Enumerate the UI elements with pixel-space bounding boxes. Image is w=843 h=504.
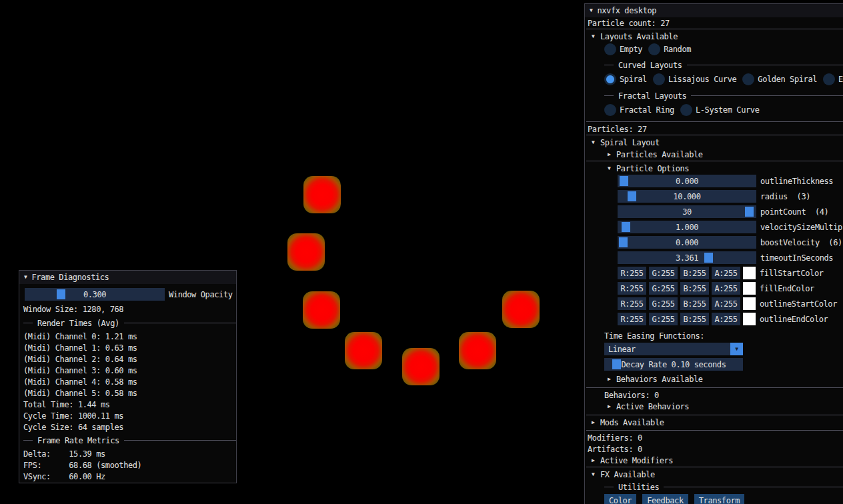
decay-rate-slider[interactable]: Decay Rate 0.10 seconds (604, 358, 743, 371)
collapse-arrow-icon[interactable]: ▼ (590, 8, 592, 13)
slider-label: radius (3) (760, 192, 810, 201)
tree-node-particles-available[interactable]: ▶ Particles Available (608, 149, 843, 160)
color-a-field[interactable]: A:255 (712, 282, 740, 295)
easing-function-select[interactable]: Linear ▼ (604, 343, 743, 355)
radio-l-system-curve[interactable] (680, 104, 692, 116)
slider-grab[interactable] (619, 237, 628, 247)
feedback-fx-button[interactable]: Feedback (642, 494, 688, 504)
tree-node-active-modifiers[interactable]: ▶ Active Modifiers (592, 455, 843, 466)
color-a-field[interactable]: A:255 (712, 297, 740, 310)
chevron-down-icon[interactable]: ▼ (730, 343, 743, 355)
render-time-line: (Midi) Channel 5: 0.58 ms (23, 389, 137, 398)
radio-spiral[interactable] (604, 73, 616, 85)
inspector-titlebar[interactable]: ▼ nxvfx desktop (585, 4, 843, 17)
window-opacity-label: Window Opacity (169, 290, 233, 299)
radio-lissajous-curve[interactable] (653, 73, 665, 85)
tree-node-particle-options[interactable]: ▼ Particle Options (608, 163, 843, 174)
slider-grab[interactable] (628, 191, 636, 201)
radio-empty[interactable] (604, 43, 616, 55)
particles-count-text: Particles: 27 (588, 125, 647, 134)
window-opacity-slider[interactable]: 0.300 (25, 288, 165, 301)
particle (502, 291, 540, 328)
window-title: nxvfx desktop (597, 6, 656, 15)
separator (586, 29, 843, 29)
frame-diagnostics-titlebar[interactable]: ▼ Frame Diagnostics (19, 271, 236, 284)
point-count-slider[interactable]: 30 (618, 205, 756, 218)
color-swatch[interactable] (743, 297, 756, 310)
tree-open-icon[interactable]: ▼ (592, 34, 600, 39)
slider-grab[interactable] (620, 176, 628, 186)
tree-closed-icon[interactable]: ▶ (608, 152, 616, 157)
radio-label[interactable]: Random (664, 45, 691, 54)
color-b-field[interactable]: B:255 (680, 267, 709, 279)
separator (586, 430, 843, 431)
radio-ellipse[interactable] (823, 73, 835, 85)
slider-label: pointCount (4) (760, 207, 828, 217)
color-swatch[interactable] (743, 313, 756, 325)
tree-open-icon[interactable]: ▼ (608, 166, 616, 171)
tree-node-layouts-available[interactable]: ▼ Layouts Available (592, 31, 843, 42)
slider-grab[interactable] (745, 207, 754, 217)
tree-node-fx-available[interactable]: ▼ FX Available (592, 469, 843, 480)
color-g-field[interactable]: G:255 (649, 267, 678, 279)
color-swatch[interactable] (743, 267, 756, 279)
tree-open-icon[interactable]: ▼ (592, 140, 600, 145)
radio-label[interactable]: Fractal Ring (620, 105, 674, 115)
color-r-field[interactable]: R:255 (618, 267, 646, 279)
radius-slider[interactable]: 10.000 (618, 190, 756, 203)
radio-label[interactable]: Lissajous Curve (668, 75, 736, 84)
window-title: Frame Diagnostics (31, 273, 109, 282)
particle (287, 233, 325, 271)
render-times-header: Render Times (Avg) (37, 319, 119, 328)
particle-count-text: Particle count: 27 (588, 19, 670, 28)
slider-label: velocitySizeMultip (760, 223, 842, 232)
tree-open-icon[interactable]: ▼ (592, 472, 600, 477)
slider-grab[interactable] (612, 359, 621, 369)
tree-node-mods-available[interactable]: ▶ Mods Available (592, 417, 843, 428)
tree-closed-icon[interactable]: ▶ (592, 458, 600, 463)
frame-rate-header: Frame Rate Metrics (37, 436, 119, 445)
radio-golden-spiral[interactable] (742, 73, 754, 85)
tree-closed-icon[interactable]: ▶ (608, 404, 616, 409)
radio-random[interactable] (648, 43, 660, 55)
color-g-field[interactable]: G:255 (649, 282, 678, 295)
tree-node-behaviors-available[interactable]: ▶ Behaviors Available (608, 373, 843, 385)
tree-label: Active Modifiers (600, 456, 673, 465)
color-fx-button[interactable]: Color (604, 494, 636, 504)
radio-fractal-ring[interactable] (604, 104, 616, 116)
separator (586, 161, 843, 161)
timeout-in-seconds-slider[interactable]: 3.361 (618, 251, 756, 264)
slider-grab[interactable] (704, 253, 713, 263)
color-a-field[interactable]: A:255 (712, 267, 740, 279)
color-g-field[interactable]: G:255 (649, 297, 678, 310)
color-r-field[interactable]: R:255 (618, 282, 646, 295)
color-r-field[interactable]: R:255 (618, 297, 646, 310)
tree-closed-icon[interactable]: ▶ (592, 420, 600, 425)
color-g-field[interactable]: G:255 (649, 313, 678, 325)
color-row-label: fillStartColor (760, 269, 824, 278)
transform-fx-button[interactable]: Transform (694, 494, 744, 504)
radio-label[interactable]: Spiral (620, 75, 647, 84)
color-b-field[interactable]: B:255 (680, 282, 709, 295)
slider-label: timeoutInSeconds (760, 253, 833, 263)
color-b-field[interactable]: B:255 (680, 313, 709, 325)
tree-node-active-behaviors[interactable]: ▶ Active Behaviors (608, 401, 843, 412)
color-b-field[interactable]: B:255 (680, 297, 709, 310)
outline-thickness-slider[interactable]: 0.000 (618, 175, 756, 187)
render-time-line: (Midi) Channel 1: 0.63 ms (23, 343, 137, 353)
radio-label[interactable]: L-System Curve (696, 105, 760, 115)
collapse-arrow-icon[interactable]: ▼ (24, 275, 27, 280)
slider-grab[interactable] (57, 289, 65, 299)
radio-label[interactable]: Golden Spiral (758, 75, 817, 84)
velocity-size-multiplier-slider[interactable]: 1.000 (618, 221, 756, 233)
color-r-field[interactable]: R:255 (618, 313, 646, 325)
radio-label[interactable]: E (838, 75, 843, 84)
color-row-label: fillEndColor (760, 284, 814, 293)
tree-node-spiral-layout[interactable]: ▼ Spiral Layout (592, 137, 843, 148)
slider-grab[interactable] (622, 222, 630, 232)
radio-label[interactable]: Empty (620, 45, 642, 54)
color-swatch[interactable] (743, 282, 756, 295)
boost-velocity-slider[interactable]: 0.000 (618, 236, 756, 249)
tree-closed-icon[interactable]: ▶ (608, 377, 616, 382)
color-a-field[interactable]: A:255 (712, 313, 740, 325)
